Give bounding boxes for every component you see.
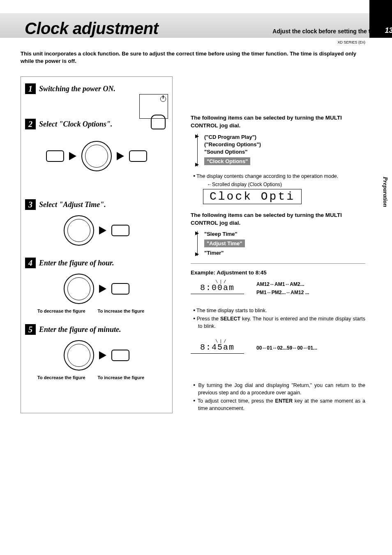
lcd-hour-value: 8:00am [200,283,235,292]
arrow-right-icon [99,285,106,293]
step-badge-2: 2 [25,119,36,129]
button-press-icon [111,283,129,295]
jog-dial-icon [64,215,94,246]
step-title-1: Switching the power ON. [39,85,115,93]
blink-rays-icon: \ | / [215,280,226,284]
lcd-minute-value: 8:45am [200,343,235,352]
step-badge-3: 3 [25,199,36,210]
multi-control-heading-2: The following items can be selected by t… [191,212,365,227]
button-press-icon [111,225,129,236]
menu-item-selected: "Clock Options" [204,157,250,165]
step-title-5: Enter the figure of minute. [39,325,121,334]
steps-panel: 1 Switching the power ON. 2 Select "Cloc… [21,76,173,413]
menu-item: "Timer" [204,250,365,256]
list-arrow-icon: ▶ [195,230,199,236]
page-number: 13 [378,25,392,37]
hand-icon [151,115,166,129]
caption-decrease: To decrease the figure [37,375,85,380]
series-label: XD SERIES (En) [0,40,365,44]
menu-item: "Sleep Time" [204,231,365,237]
intro-paragraph: This unit incorporates a clock function.… [21,50,365,65]
step2-illustration [25,138,168,175]
arrow-right-icon [69,152,76,160]
example-heading: Example: Adjustment to 8:45 [191,269,365,276]
list-arrow-icon: ▶ [195,161,199,167]
button-press-icon [111,350,129,361]
step-title-3: Select "Adjust Time". [39,200,106,209]
power-icon [160,96,166,102]
page-title: Clock adjustment [25,19,158,38]
menu-item: ("Recording Options") [204,141,365,147]
lcd-minute-display: \ | / 8:45am [191,343,244,354]
menu-item: ("CD Program Play") [204,134,365,140]
step-badge-1: 1 [25,83,36,94]
caption-increase: To increase the figure [98,375,145,380]
bullet-select-key: Press the SELECT key. The hour is entere… [198,315,365,330]
bullet-blink: The time display starts to blink. [198,307,365,315]
arrow-right-icon [117,152,124,160]
blink-rays-icon: \ | / [215,339,226,344]
list-arrow-icon: ▶ [195,251,199,257]
header-band: Clock adjustment Adjust the clock before… [0,13,392,38]
text-fragment: To adjust correct time, press the [198,398,275,404]
step3-illustration [25,214,168,247]
step5-illustration [25,339,168,372]
scroll-label: ←Scrolled display (Clock Options) [207,182,365,187]
divider [191,263,365,264]
enter-key-label: ENTER [275,398,293,404]
side-tab-preparation: Preparation [382,177,389,207]
caption-increase: To increase the figure [98,309,145,313]
list-arrow-icon: ▶ [195,133,199,139]
text-fragment: Press the [197,316,220,322]
lcd-hour-display: \ | / 8:00am [191,283,244,294]
header-subtitle: Adjust the clock before setting the time… [272,28,384,35]
info-column: The following items can be selected by t… [191,76,365,413]
menu-item: "Sound Options" [204,149,365,155]
arrow-right-icon [99,351,106,359]
step-badge-5: 5 [25,324,36,335]
step-title-2: Select "Clock Options". [39,120,112,129]
button-press-icon [46,150,64,162]
jog-dial-icon [64,340,94,371]
jog-dial-icon [64,274,94,304]
bullet-display-change: The display contents change according to… [198,173,365,180]
hour-seq-line1: AM12↔AM1↔AM2... [256,281,304,287]
bullet-return: By turning the Jog dial and displaying "… [198,382,365,396]
menu-item-selected: "Adjust Time" [204,240,245,247]
multi-control-heading-1: The following items can be selected by t… [191,114,365,130]
caption-decrease: To decrease the figure [37,309,85,313]
select-key-label: SELECT [220,316,240,322]
step4-illustration [25,272,168,305]
minute-sequence: 00↔01↔02...59↔00↔01... [256,344,317,352]
step-title-4: Enter the figure of hour. [39,259,114,267]
menu-list-2: ▶ "Sleep Time" "Adjust Time" "Timer" ▶ [197,231,365,256]
step-badge-4: 4 [25,258,36,268]
lcd-display-clock-opti: Clock Opti [203,189,302,204]
arrow-right-icon [99,226,106,235]
jog-dial-icon [81,141,112,171]
bullet-enter-key: To adjust correct time, press the ENTER … [198,398,365,412]
button-press-icon [129,150,147,162]
hour-seq-line2: PM1↔PM2...↔AM12 ... [256,290,309,295]
hour-sequence: AM12↔AM1↔AM2... PM1↔PM2...↔AM12 ... [256,281,309,296]
menu-list-1: ▶ ("CD Program Play") ("Recording Option… [197,134,365,166]
